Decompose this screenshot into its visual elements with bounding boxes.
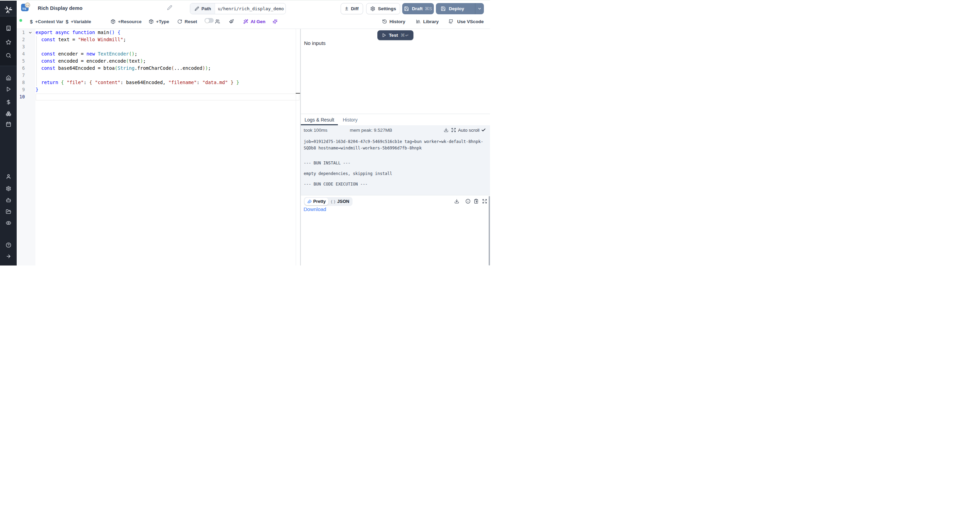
log-line: job=01912d75-163d-8204-47c9-5469c516cb1e… bbox=[304, 139, 483, 144]
sidebar-item-arrow-right-icon[interactable] bbox=[0, 254, 17, 259]
current-line-highlight bbox=[36, 94, 299, 100]
code-line-9[interactable]: } bbox=[36, 86, 38, 93]
sidebar-item-robot-icon[interactable] bbox=[0, 198, 17, 203]
sidebar-item-home-icon[interactable] bbox=[0, 75, 17, 81]
code-line-1[interactable]: export async function main() { bbox=[36, 29, 121, 36]
result-scrollbar[interactable] bbox=[488, 196, 490, 266]
library-icon bbox=[416, 19, 421, 24]
check-icon[interactable] bbox=[481, 128, 486, 132]
code-line-8[interactable]: return { "file": { "content": base64Enco… bbox=[36, 79, 239, 86]
format-button[interactable] bbox=[229, 14, 234, 29]
expand-logs-icon[interactable] bbox=[451, 128, 456, 132]
code-editor[interactable]: 12345678910 export async function main()… bbox=[17, 29, 300, 266]
plus-minus-icon: ± bbox=[345, 6, 348, 11]
sidebar bbox=[0, 1, 17, 266]
diff-mode-toggle[interactable] bbox=[205, 18, 214, 23]
pretty-tab[interactable]: Pretty bbox=[305, 198, 328, 205]
use-vscode-button[interactable]: Use VScode bbox=[449, 14, 484, 29]
result-view-switch: Pretty { } JSON bbox=[304, 197, 353, 206]
sidebar-item-star-icon[interactable] bbox=[0, 40, 17, 45]
windmill-logo-icon[interactable] bbox=[0, 5, 17, 14]
wand-sparkles-icon bbox=[243, 19, 248, 24]
sidebar-item-help-icon[interactable] bbox=[0, 242, 17, 248]
sidebar-item-play-icon[interactable] bbox=[0, 86, 17, 92]
braces-icon: { } bbox=[331, 199, 336, 204]
test-button[interactable]: Test ⌘↵ bbox=[377, 30, 414, 40]
rotate-cw-icon bbox=[177, 19, 182, 24]
download-link[interactable]: Download bbox=[304, 206, 326, 212]
sidebar-item-folder-open-icon[interactable] bbox=[0, 209, 17, 214]
line-number: 8 bbox=[22, 79, 25, 86]
sidebar-item-eye-icon[interactable] bbox=[0, 220, 17, 226]
gear-icon bbox=[370, 6, 375, 11]
tab-history[interactable]: History bbox=[338, 114, 363, 125]
path-field[interactable]: Path u/henri/rich_display_demo bbox=[190, 3, 286, 14]
add-context-var-button[interactable]: $ +Context Var bbox=[30, 14, 63, 29]
sidebar-item-calendar-icon[interactable] bbox=[0, 121, 17, 127]
save-icon bbox=[404, 6, 409, 11]
sidebar-item-gear-icon[interactable] bbox=[0, 186, 17, 191]
dollar-icon: $ bbox=[66, 19, 68, 24]
package-icon bbox=[149, 19, 154, 24]
package-icon bbox=[111, 19, 116, 24]
ai-gen-button[interactable]: AI Gen bbox=[243, 14, 266, 29]
line-number: 9 bbox=[22, 86, 25, 93]
editor-toolbar: $ +Context Var $ +Variable +Resource +Ty… bbox=[0, 14, 490, 29]
logs-result-section: Logs & Result History took 100ms mem pea… bbox=[301, 114, 490, 266]
play-icon bbox=[382, 33, 386, 37]
page-title: Rich Display demo bbox=[38, 5, 82, 11]
duration-label: took 100ms bbox=[304, 128, 328, 133]
line-number: 5 bbox=[22, 57, 25, 65]
clipboard-copy-icon[interactable] bbox=[474, 199, 479, 204]
diff-button[interactable]: ± Diff bbox=[340, 3, 363, 14]
json-tab[interactable]: { } JSON bbox=[328, 198, 352, 205]
add-variable-button[interactable]: $ +Variable bbox=[66, 14, 91, 29]
sync-status-dot-icon bbox=[19, 19, 22, 22]
expand-result-icon[interactable] bbox=[482, 199, 487, 204]
sidebar-item-boxes-icon[interactable] bbox=[0, 111, 17, 116]
code-line-4[interactable]: const encoder = new TextEncoder(); bbox=[36, 50, 137, 57]
code-line-2[interactable]: const text = "Hello Windmill"; bbox=[36, 36, 126, 43]
log-output: took 100ms mem peak: 9.527MB Auto scroll… bbox=[301, 125, 490, 195]
path-value-input[interactable]: u/henri/rich_display_demo bbox=[215, 3, 286, 14]
sidebar-item-user-icon[interactable] bbox=[0, 174, 17, 179]
draft-shortcut: ⌘S bbox=[425, 6, 432, 11]
download-logs-icon[interactable] bbox=[444, 128, 449, 132]
pencil-icon bbox=[195, 6, 199, 11]
fold-chevron-icon[interactable] bbox=[28, 29, 32, 36]
sidebar-item-search-icon[interactable] bbox=[0, 53, 17, 58]
mem-peak-label: mem peak: 9.527MB bbox=[350, 128, 392, 133]
settings-button[interactable]: Settings bbox=[366, 3, 400, 14]
log-line: --- BUN CODE EXECUTION --- bbox=[304, 182, 368, 187]
line-number: 3 bbox=[22, 43, 25, 50]
ai-sparkles-button[interactable] bbox=[272, 14, 278, 29]
tab-logs-result[interactable]: Logs & Result bbox=[301, 114, 338, 125]
draft-button[interactable]: Draft ⌘S bbox=[402, 3, 434, 14]
library-button[interactable]: Library bbox=[416, 14, 439, 29]
code-line-5[interactable]: const encoded = encoder.encode(text); bbox=[36, 57, 146, 65]
line-number: 4 bbox=[22, 50, 25, 57]
auto-scroll-label[interactable]: Auto scroll bbox=[458, 128, 479, 133]
test-shortcut: ⌘↵ bbox=[401, 33, 409, 38]
add-type-button[interactable]: +Type bbox=[149, 14, 169, 29]
edit-title-icon[interactable] bbox=[167, 5, 172, 10]
toggle-knob bbox=[205, 19, 209, 23]
code-line-6[interactable]: const base64Encoded = btoa(String.fromCh… bbox=[36, 65, 211, 72]
info-icon[interactable] bbox=[466, 199, 471, 204]
result-area: Pretty { } JSON bbox=[301, 195, 490, 266]
history-icon bbox=[382, 19, 387, 24]
download-result-icon[interactable] bbox=[454, 199, 460, 204]
windmill-script-editor: TS Rich Display demo Path u/henri/rich_d… bbox=[0, 0, 490, 266]
deploy-button[interactable]: Deploy bbox=[436, 3, 484, 14]
sidebar-item-building-icon[interactable] bbox=[0, 26, 17, 31]
multiplayer-button[interactable] bbox=[215, 14, 220, 29]
deploy-dropdown-button[interactable] bbox=[475, 3, 484, 14]
add-resource-button[interactable]: +Resource bbox=[111, 14, 142, 29]
reset-button[interactable]: Reset bbox=[177, 14, 197, 29]
line-number: 1 bbox=[22, 29, 25, 36]
line-number: 2 bbox=[22, 36, 25, 43]
sidebar-item-dollar-icon[interactable] bbox=[0, 99, 17, 105]
log-line: SQDb8 hostname=windmill-workers-5b6996d7… bbox=[304, 146, 422, 150]
editor-scrollbar[interactable] bbox=[296, 29, 300, 266]
history-button[interactable]: History bbox=[382, 14, 405, 29]
